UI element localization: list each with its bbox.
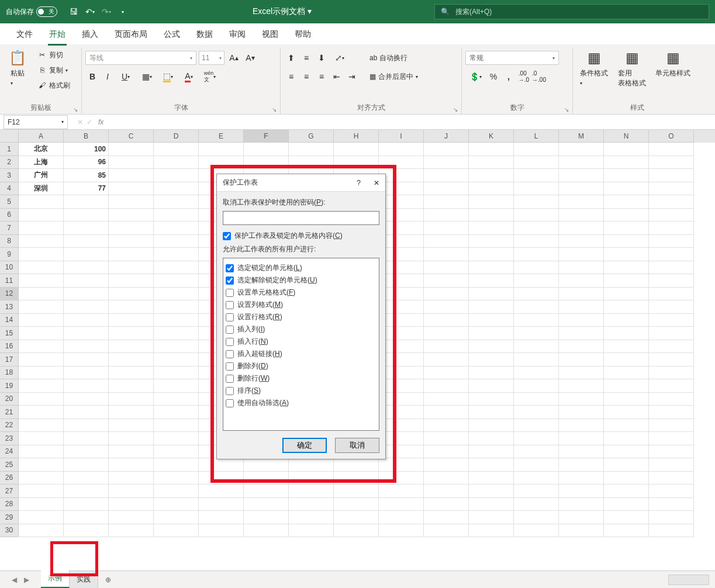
cell-A9[interactable] bbox=[19, 248, 64, 261]
alignment-launcher[interactable]: ↘ bbox=[453, 106, 458, 113]
cell-C1[interactable] bbox=[109, 143, 154, 156]
row-header-26[interactable]: 26 bbox=[0, 472, 19, 485]
cell-I25[interactable] bbox=[379, 458, 424, 472]
cell-A11[interactable] bbox=[19, 274, 64, 288]
col-header-N[interactable]: N bbox=[604, 130, 649, 143]
cell-O11[interactable] bbox=[649, 274, 694, 288]
align-right-icon[interactable]: ≡ bbox=[315, 70, 329, 84]
cell-E2[interactable] bbox=[199, 156, 244, 170]
perm-checkbox-4[interactable] bbox=[226, 313, 234, 321]
cell-A12[interactable] bbox=[19, 288, 64, 301]
cell-H27[interactable] bbox=[334, 485, 379, 498]
col-header-A[interactable]: A bbox=[19, 130, 64, 143]
cell-J14[interactable] bbox=[424, 314, 469, 327]
cell-M11[interactable] bbox=[559, 274, 604, 288]
cell-L16[interactable] bbox=[514, 340, 559, 354]
cell-M12[interactable] bbox=[559, 288, 604, 301]
help-icon[interactable]: ? bbox=[357, 179, 361, 187]
row-header-5[interactable]: 5 bbox=[0, 195, 19, 209]
save-icon[interactable]: 🖫 bbox=[67, 5, 81, 19]
col-header-J[interactable]: J bbox=[424, 130, 469, 143]
cell-J22[interactable] bbox=[424, 419, 469, 433]
cell-C23[interactable] bbox=[109, 432, 154, 445]
cell-M16[interactable] bbox=[559, 340, 604, 354]
cell-A4[interactable]: 深圳 bbox=[19, 182, 64, 196]
cell-O10[interactable] bbox=[649, 261, 694, 275]
cell-B20[interactable] bbox=[64, 393, 109, 406]
cell-K30[interactable] bbox=[469, 524, 514, 538]
cell-H29[interactable] bbox=[334, 511, 379, 524]
cell-L3[interactable] bbox=[514, 169, 559, 182]
cell-C21[interactable] bbox=[109, 406, 154, 419]
cell-M15[interactable] bbox=[559, 327, 604, 340]
cell-A22[interactable] bbox=[19, 419, 64, 433]
cell-F28[interactable] bbox=[244, 498, 289, 511]
copy-button[interactable]: ⎘复制 ▾ bbox=[35, 64, 72, 77]
cell-M23[interactable] bbox=[559, 432, 604, 445]
cell-D1[interactable] bbox=[154, 143, 199, 156]
cell-D25[interactable] bbox=[154, 458, 199, 472]
cell-N1[interactable] bbox=[604, 143, 649, 156]
col-header-C[interactable]: C bbox=[109, 130, 154, 143]
row-header-7[interactable]: 7 bbox=[0, 222, 19, 235]
cell-N24[interactable] bbox=[604, 445, 649, 459]
cell-M19[interactable] bbox=[559, 379, 604, 393]
cell-G2[interactable] bbox=[289, 156, 334, 170]
cell-B23[interactable] bbox=[64, 432, 109, 445]
cell-O1[interactable] bbox=[649, 143, 694, 156]
align-middle-icon[interactable]: ≡ bbox=[299, 51, 313, 65]
cell-B3[interactable]: 85 bbox=[64, 169, 109, 182]
font-name-select[interactable]: 等线▾ bbox=[85, 51, 196, 65]
cell-D27[interactable] bbox=[154, 485, 199, 498]
cell-L23[interactable] bbox=[514, 432, 559, 445]
cell-J5[interactable] bbox=[424, 195, 469, 209]
cell-L13[interactable] bbox=[514, 300, 559, 314]
col-header-K[interactable]: K bbox=[469, 130, 514, 143]
sheet-prev-icon[interactable]: ◀ bbox=[12, 576, 17, 584]
cell-A3[interactable]: 广州 bbox=[19, 169, 64, 182]
row-header-27[interactable]: 27 bbox=[0, 485, 19, 498]
decrease-decimal-icon[interactable]: .0→.00 bbox=[532, 70, 546, 84]
row-header-24[interactable]: 24 bbox=[0, 445, 19, 459]
cell-K24[interactable] bbox=[469, 445, 514, 459]
cell-B14[interactable] bbox=[64, 314, 109, 327]
sheet-next-icon[interactable]: ▶ bbox=[24, 576, 29, 584]
cell-C28[interactable] bbox=[109, 498, 154, 511]
cell-J19[interactable] bbox=[424, 379, 469, 393]
cell-K22[interactable] bbox=[469, 419, 514, 433]
perm-checkbox-8[interactable] bbox=[226, 362, 234, 371]
cell-D30[interactable] bbox=[154, 524, 199, 538]
cell-N20[interactable] bbox=[604, 393, 649, 406]
cell-A20[interactable] bbox=[19, 393, 64, 406]
cell-J26[interactable] bbox=[424, 472, 469, 485]
cell-N30[interactable] bbox=[604, 524, 649, 538]
cell-F29[interactable] bbox=[244, 511, 289, 524]
cancel-formula-icon[interactable]: ✕ bbox=[77, 118, 83, 126]
row-header-15[interactable]: 15 bbox=[0, 327, 19, 340]
cell-B13[interactable] bbox=[64, 300, 109, 314]
cell-D4[interactable] bbox=[154, 182, 199, 196]
cell-D10[interactable] bbox=[154, 261, 199, 275]
cell-M1[interactable] bbox=[559, 143, 604, 156]
cell-O2[interactable] bbox=[649, 156, 694, 170]
qat-more-icon[interactable]: ▾ bbox=[116, 5, 130, 19]
cell-J11[interactable] bbox=[424, 274, 469, 288]
cell-D18[interactable] bbox=[154, 366, 199, 380]
horizontal-scrollbar[interactable] bbox=[668, 575, 709, 585]
orientation-icon[interactable]: ⤢▾ bbox=[330, 51, 350, 65]
cell-C15[interactable] bbox=[109, 327, 154, 340]
cell-J30[interactable] bbox=[424, 524, 469, 538]
cell-F30[interactable] bbox=[244, 524, 289, 538]
cell-E25[interactable] bbox=[199, 458, 244, 472]
cell-J13[interactable] bbox=[424, 300, 469, 314]
increase-decimal-icon[interactable]: .00→.0 bbox=[517, 70, 531, 84]
cell-M17[interactable] bbox=[559, 353, 604, 366]
ribbon-tab-5[interactable]: 数据 bbox=[188, 25, 221, 44]
cell-B12[interactable] bbox=[64, 288, 109, 301]
cell-N3[interactable] bbox=[604, 169, 649, 182]
cell-B4[interactable]: 77 bbox=[64, 182, 109, 196]
cell-A2[interactable]: 上海 bbox=[19, 156, 64, 170]
cell-B25[interactable] bbox=[64, 458, 109, 472]
align-bottom-icon[interactable]: ⬇ bbox=[315, 51, 329, 65]
row-header-18[interactable]: 18 bbox=[0, 366, 19, 380]
